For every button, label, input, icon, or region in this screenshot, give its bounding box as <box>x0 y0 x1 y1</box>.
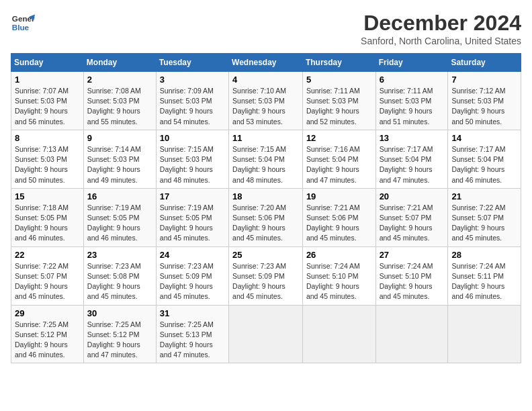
day-number: 23 <box>87 250 152 260</box>
day-detail: Sunrise: 7:10 AMSunset: 5:03 PMDaylight:… <box>232 87 286 126</box>
day-number: 31 <box>160 308 225 318</box>
day-detail: Sunrise: 7:23 AMSunset: 5:09 PMDaylight:… <box>160 262 214 301</box>
day-detail: Sunrise: 7:23 AMSunset: 5:08 PMDaylight:… <box>87 262 141 301</box>
month-title: December 2024 <box>361 11 521 36</box>
day-number: 28 <box>451 250 517 260</box>
day-detail: Sunrise: 7:13 AMSunset: 5:03 PMDaylight:… <box>15 145 69 184</box>
day-detail: Sunrise: 7:12 AMSunset: 5:03 PMDaylight:… <box>451 87 505 126</box>
day-number: 1 <box>15 75 80 85</box>
calendar-day-cell: 3 Sunrise: 7:09 AMSunset: 5:03 PMDayligh… <box>156 72 228 130</box>
calendar-day-cell <box>448 305 521 363</box>
calendar-day-cell: 7 Sunrise: 7:12 AMSunset: 5:03 PMDayligh… <box>448 72 521 130</box>
weekday-header: Tuesday <box>156 54 228 72</box>
calendar-day-cell <box>229 305 303 363</box>
page-header: General Blue December 2024 Sanford, Nort… <box>11 11 521 46</box>
calendar-day-cell: 27 Sunrise: 7:24 AMSunset: 5:10 PMDaylig… <box>375 246 448 305</box>
calendar-week-row: 8 Sunrise: 7:13 AMSunset: 5:03 PMDayligh… <box>11 130 521 188</box>
day-detail: Sunrise: 7:15 AMSunset: 5:04 PMDaylight:… <box>232 145 286 184</box>
calendar-week-row: 1 Sunrise: 7:07 AMSunset: 5:03 PMDayligh… <box>11 72 521 130</box>
day-number: 8 <box>15 133 80 143</box>
day-detail: Sunrise: 7:09 AMSunset: 5:03 PMDaylight:… <box>160 87 214 126</box>
day-detail: Sunrise: 7:24 AMSunset: 5:11 PMDaylight:… <box>451 262 505 301</box>
calendar-day-cell: 14 Sunrise: 7:17 AMSunset: 5:04 PMDaylig… <box>448 130 521 188</box>
day-detail: Sunrise: 7:17 AMSunset: 5:04 PMDaylight:… <box>451 145 505 184</box>
day-number: 27 <box>380 250 445 260</box>
day-detail: Sunrise: 7:19 AMSunset: 5:05 PMDaylight:… <box>160 203 214 242</box>
day-detail: Sunrise: 7:23 AMSunset: 5:09 PMDaylight:… <box>232 262 286 301</box>
day-detail: Sunrise: 7:20 AMSunset: 5:06 PMDaylight:… <box>232 203 286 242</box>
day-number: 12 <box>306 133 372 143</box>
day-number: 10 <box>160 133 225 143</box>
location-subtitle: Sanford, North Carolina, United States <box>361 36 521 46</box>
day-number: 30 <box>87 308 152 318</box>
weekday-header: Monday <box>83 54 156 72</box>
calendar-day-cell: 21 Sunrise: 7:22 AMSunset: 5:07 PMDaylig… <box>448 188 521 246</box>
day-number: 18 <box>232 191 299 201</box>
day-detail: Sunrise: 7:21 AMSunset: 5:06 PMDaylight:… <box>306 203 360 242</box>
calendar-week-row: 22 Sunrise: 7:22 AMSunset: 5:07 PMDaylig… <box>11 246 521 305</box>
day-detail: Sunrise: 7:18 AMSunset: 5:05 PMDaylight:… <box>15 203 69 242</box>
calendar-day-cell <box>375 305 448 363</box>
calendar-day-cell: 1 Sunrise: 7:07 AMSunset: 5:03 PMDayligh… <box>11 72 84 130</box>
day-detail: Sunrise: 7:08 AMSunset: 5:03 PMDaylight:… <box>87 87 141 126</box>
day-number: 25 <box>232 250 299 260</box>
day-number: 22 <box>15 250 80 260</box>
calendar-day-cell: 16 Sunrise: 7:19 AMSunset: 5:05 PMDaylig… <box>83 188 156 246</box>
day-detail: Sunrise: 7:22 AMSunset: 5:07 PMDaylight:… <box>15 262 69 301</box>
weekday-header: Saturday <box>448 54 521 72</box>
logo: General Blue <box>11 11 35 35</box>
logo-icon: General Blue <box>11 11 35 35</box>
calendar-day-cell: 19 Sunrise: 7:21 AMSunset: 5:06 PMDaylig… <box>302 188 375 246</box>
day-number: 20 <box>380 191 445 201</box>
day-number: 29 <box>15 308 80 318</box>
day-detail: Sunrise: 7:17 AMSunset: 5:04 PMDaylight:… <box>380 145 433 184</box>
day-number: 11 <box>232 133 299 143</box>
calendar-day-cell: 22 Sunrise: 7:22 AMSunset: 5:07 PMDaylig… <box>11 246 84 305</box>
svg-text:Blue: Blue <box>12 23 30 32</box>
weekday-header: Wednesday <box>229 54 303 72</box>
calendar-day-cell: 24 Sunrise: 7:23 AMSunset: 5:09 PMDaylig… <box>156 246 228 305</box>
calendar-day-cell: 20 Sunrise: 7:21 AMSunset: 5:07 PMDaylig… <box>375 188 448 246</box>
day-detail: Sunrise: 7:24 AMSunset: 5:10 PMDaylight:… <box>380 262 433 301</box>
day-detail: Sunrise: 7:25 AMSunset: 5:12 PMDaylight:… <box>87 320 141 359</box>
weekday-header: Friday <box>375 54 448 72</box>
title-block: December 2024 Sanford, North Carolina, U… <box>361 11 521 46</box>
day-number: 6 <box>380 75 445 85</box>
calendar-day-cell: 9 Sunrise: 7:14 AMSunset: 5:03 PMDayligh… <box>83 130 156 188</box>
calendar-table: SundayMondayTuesdayWednesdayThursdayFrid… <box>11 53 521 363</box>
day-number: 21 <box>451 191 517 201</box>
calendar-day-cell: 5 Sunrise: 7:11 AMSunset: 5:03 PMDayligh… <box>302 72 375 130</box>
calendar-day-cell: 8 Sunrise: 7:13 AMSunset: 5:03 PMDayligh… <box>11 130 84 188</box>
calendar-day-cell: 30 Sunrise: 7:25 AMSunset: 5:12 PMDaylig… <box>83 305 156 363</box>
day-detail: Sunrise: 7:14 AMSunset: 5:03 PMDaylight:… <box>87 145 141 184</box>
day-number: 3 <box>160 75 225 85</box>
day-number: 7 <box>451 75 517 85</box>
calendar-day-cell: 23 Sunrise: 7:23 AMSunset: 5:08 PMDaylig… <box>83 246 156 305</box>
day-detail: Sunrise: 7:22 AMSunset: 5:07 PMDaylight:… <box>451 203 505 242</box>
day-number: 17 <box>160 191 225 201</box>
day-detail: Sunrise: 7:11 AMSunset: 5:03 PMDaylight:… <box>380 87 433 126</box>
calendar-day-cell: 28 Sunrise: 7:24 AMSunset: 5:11 PMDaylig… <box>448 246 521 305</box>
calendar-week-row: 29 Sunrise: 7:25 AMSunset: 5:12 PMDaylig… <box>11 305 521 363</box>
day-detail: Sunrise: 7:25 AMSunset: 5:12 PMDaylight:… <box>15 320 69 359</box>
calendar-day-cell: 10 Sunrise: 7:15 AMSunset: 5:03 PMDaylig… <box>156 130 228 188</box>
day-detail: Sunrise: 7:15 AMSunset: 5:03 PMDaylight:… <box>160 145 214 184</box>
day-number: 26 <box>306 250 372 260</box>
day-number: 14 <box>451 133 517 143</box>
day-detail: Sunrise: 7:25 AMSunset: 5:13 PMDaylight:… <box>160 320 214 359</box>
day-number: 13 <box>380 133 445 143</box>
calendar-day-cell <box>302 305 375 363</box>
day-detail: Sunrise: 7:19 AMSunset: 5:05 PMDaylight:… <box>87 203 141 242</box>
calendar-day-cell: 29 Sunrise: 7:25 AMSunset: 5:12 PMDaylig… <box>11 305 84 363</box>
day-number: 16 <box>87 191 152 201</box>
calendar-day-cell: 6 Sunrise: 7:11 AMSunset: 5:03 PMDayligh… <box>375 72 448 130</box>
day-number: 5 <box>306 75 372 85</box>
day-number: 9 <box>87 133 152 143</box>
calendar-week-row: 15 Sunrise: 7:18 AMSunset: 5:05 PMDaylig… <box>11 188 521 246</box>
day-detail: Sunrise: 7:07 AMSunset: 5:03 PMDaylight:… <box>15 87 69 126</box>
calendar-day-cell: 2 Sunrise: 7:08 AMSunset: 5:03 PMDayligh… <box>83 72 156 130</box>
day-detail: Sunrise: 7:21 AMSunset: 5:07 PMDaylight:… <box>380 203 433 242</box>
day-number: 15 <box>15 191 80 201</box>
calendar-day-cell: 18 Sunrise: 7:20 AMSunset: 5:06 PMDaylig… <box>229 188 303 246</box>
weekday-header: Sunday <box>11 54 84 72</box>
